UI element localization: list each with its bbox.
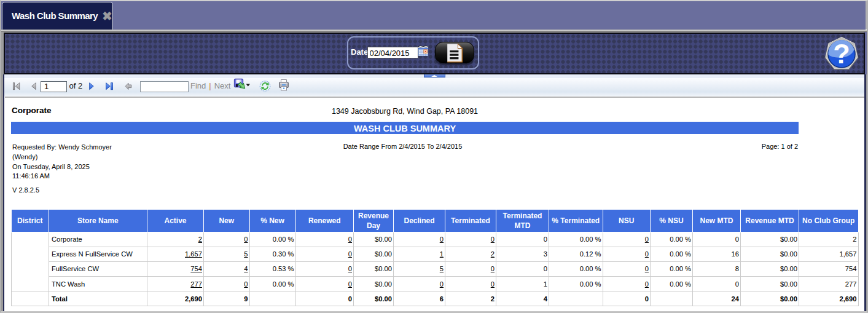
svg-text:?: ? (833, 38, 850, 69)
